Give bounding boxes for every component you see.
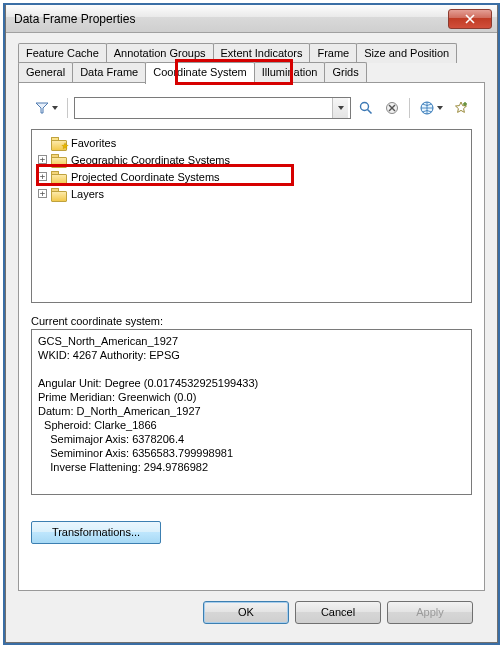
tree-item-geographic-coordinate-systems[interactable]: +Geographic Coordinate Systems [34,151,469,168]
tab-feature-cache[interactable]: Feature Cache [18,43,107,63]
tree-item-label: Favorites [71,137,116,149]
tab-general[interactable]: General [18,62,73,82]
expander-icon [38,138,47,147]
tree-item-label: Layers [71,188,104,200]
dialog-buttons: OK Cancel Apply [18,591,485,630]
tab-coordinate-system[interactable]: Coordinate System [145,62,255,84]
apply-button[interactable]: Apply [387,601,473,624]
tab-extent-indicators[interactable]: Extent Indicators [213,43,311,63]
star-icon [453,100,469,116]
current-cs-label: Current coordinate system: [31,315,472,327]
tab-illumination[interactable]: Illumination [254,62,326,82]
expander-icon[interactable]: + [38,172,47,181]
tab-panel: ★Favorites+Geographic Coordinate Systems… [18,82,485,591]
coordinate-details[interactable]: GCS_North_American_1927 WKID: 4267 Autho… [31,329,472,495]
close-icon [465,14,475,24]
svg-point-0 [361,103,369,111]
tab-frame[interactable]: Frame [309,43,357,63]
remove-button[interactable] [381,97,403,119]
favorite-button[interactable] [450,97,472,119]
coordinate-tree[interactable]: ★Favorites+Geographic Coordinate Systems… [31,129,472,303]
search-icon [358,100,374,116]
tree-item-favorites[interactable]: ★Favorites [34,134,469,151]
tab-annotation-groups[interactable]: Annotation Groups [106,43,214,63]
separator [67,98,68,118]
search-dropdown[interactable] [332,98,348,118]
separator [409,98,410,118]
favorites-folder-icon: ★ [51,136,67,150]
window-title: Data Frame Properties [14,12,448,26]
tree-item-projected-coordinate-systems[interactable]: +Projected Coordinate Systems [34,168,469,185]
filter-icon [34,100,50,116]
svg-line-1 [368,110,372,114]
globe-button[interactable] [416,97,446,119]
expander-icon[interactable]: + [38,189,47,198]
folder-icon [51,187,67,201]
folder-icon [51,153,67,167]
tree-item-layers[interactable]: +Layers [34,185,469,202]
tab-strip: Feature CacheAnnotation GroupsExtent Ind… [18,43,485,83]
client-area: Feature CacheAnnotation GroupsExtent Ind… [6,33,497,642]
ok-button[interactable]: OK [203,601,289,624]
tab-size-and-position[interactable]: Size and Position [356,43,457,63]
tab-data-frame[interactable]: Data Frame [72,62,146,82]
folder-icon [51,170,67,184]
titlebar: Data Frame Properties [6,5,497,33]
expander-icon[interactable]: + [38,155,47,164]
tree-item-label: Geographic Coordinate Systems [71,154,230,166]
transformations-button[interactable]: Transformations... [31,521,161,544]
dialog-frame: Data Frame Properties Feature CacheAnnot… [5,5,498,643]
remove-icon [384,100,400,116]
toolbar [31,97,472,119]
search-box[interactable] [74,97,351,119]
filter-button[interactable] [31,97,61,119]
tree-item-label: Projected Coordinate Systems [71,171,220,183]
cancel-button[interactable]: Cancel [295,601,381,624]
globe-icon [419,100,435,116]
search-input[interactable] [75,98,332,118]
tab-grids[interactable]: Grids [324,62,366,82]
search-button[interactable] [355,97,377,119]
close-button[interactable] [448,9,492,29]
